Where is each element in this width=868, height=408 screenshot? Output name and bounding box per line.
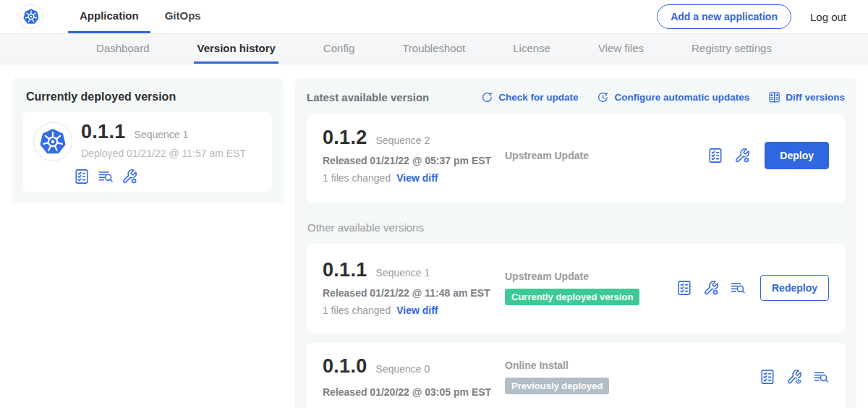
logout-button[interactable]: Log out	[810, 11, 846, 23]
tab-dashboard[interactable]: Dashboard	[93, 34, 152, 64]
configure-automatic-updates-link[interactable]: Configure automatic updates	[597, 91, 749, 103]
version-source: Online Install Previously deployed	[505, 360, 760, 394]
diff-versions-label: Diff versions	[786, 92, 845, 103]
version-source: Upstream Update Currently deployed versi…	[505, 271, 676, 305]
sequence-label: Sequence 1	[376, 267, 430, 279]
diff-versions-link[interactable]: Diff versions	[768, 91, 845, 103]
sequence-label: Sequence 2	[376, 135, 430, 146]
version-info: 0.1.2 Sequence 2 Released 01/21/22 @ 05:…	[323, 127, 505, 184]
top-bar: Application GitOps Add a new application…	[0, 0, 868, 33]
version-label: 0.1.0	[323, 355, 367, 378]
files-changed-label: 1 files changed	[323, 172, 391, 184]
panel-header: Latest available version Check for updat…	[307, 90, 845, 103]
tab-config[interactable]: Config	[320, 34, 357, 64]
app-subnav: Dashboard Version history Config Trouble…	[0, 33, 868, 64]
schedule-icon	[597, 91, 609, 103]
latest-version-title: Latest available version	[307, 91, 429, 103]
version-info: 0.1.0 Sequence 0 Released 01/20/22 @ 03:…	[323, 355, 505, 398]
view-diff-link[interactable]: View diff	[396, 172, 438, 184]
main-content: Currently deployed version 0.1.1 Sequenc…	[0, 64, 868, 408]
currently-deployed-badge: Currently deployed version	[505, 289, 639, 305]
tab-gitops[interactable]: GitOps	[153, 0, 213, 33]
tab-application[interactable]: Application	[68, 0, 150, 33]
currently-deployed-card: Currently deployed version 0.1.1 Sequenc…	[12, 78, 284, 203]
source-label: Upstream Update	[505, 271, 676, 282]
edit-config-icon[interactable]	[122, 169, 137, 184]
tab-view-files[interactable]: View files	[595, 34, 647, 64]
source-label: Upstream Update	[505, 150, 707, 161]
redeploy-button[interactable]: Redeploy	[760, 275, 829, 301]
sequence-label: Sequence 0	[376, 363, 430, 375]
version-label: 0.1.2	[323, 127, 367, 149]
deployed-sequence-label: Sequence 1	[135, 129, 189, 140]
check-for-update-label: Check for update	[498, 92, 578, 103]
deployed-version-label: 0.1.1	[81, 121, 126, 143]
previously-deployed-badge: Previously deployed	[505, 378, 609, 394]
topbar-spacer	[214, 0, 657, 33]
view-diff-link[interactable]: View diff	[396, 305, 438, 316]
edit-config-icon[interactable]	[734, 148, 750, 163]
preflight-checks-icon[interactable]	[74, 169, 90, 184]
files-changed-label: 1 files changed	[323, 305, 391, 316]
row-actions: Redeploy	[676, 275, 829, 301]
preflight-checks-icon[interactable]	[760, 369, 775, 385]
view-config-icon[interactable]	[786, 369, 802, 385]
deploy-button[interactable]: Deploy	[765, 142, 829, 169]
tab-version-history[interactable]: Version history	[194, 34, 278, 64]
add-application-button[interactable]: Add a new application	[657, 4, 791, 29]
deployed-version-info: 0.1.1 Sequence 1 Deployed 01/21/22 @ 11:…	[81, 121, 246, 184]
deploy-logs-icon[interactable]	[813, 369, 829, 385]
source-label: Online Install	[505, 360, 760, 371]
kubernetes-helm-icon	[22, 8, 40, 25]
deploy-logs-icon[interactable]	[730, 280, 746, 296]
preflight-checks-icon[interactable]	[676, 280, 692, 296]
released-timestamp: Released 01/20/22 @ 03:05 pm EST	[323, 386, 505, 398]
version-row-0.1.0: 0.1.0 Sequence 0 Released 01/20/22 @ 03:…	[307, 343, 845, 408]
version-history-panel: Latest available version Check for updat…	[295, 78, 856, 408]
kubernetes-helm-icon	[38, 127, 67, 156]
version-label: 0.1.1	[323, 259, 367, 281]
deploy-logs-icon[interactable]	[98, 169, 114, 184]
tab-registry-settings[interactable]: Registry settings	[689, 34, 775, 64]
diff-icon	[768, 91, 780, 103]
row-actions: Deploy	[707, 142, 829, 169]
edit-config-icon[interactable]	[703, 280, 719, 296]
deployed-card-title: Currently deployed version	[23, 89, 272, 103]
refresh-icon	[481, 91, 493, 103]
deployed-version-card: 0.1.1 Sequence 1 Deployed 01/21/22 @ 11:…	[23, 112, 272, 192]
check-for-update-link[interactable]: Check for update	[481, 91, 578, 103]
released-timestamp: Released 01/21/22 @ 11:48 am EST	[323, 287, 505, 299]
configure-automatic-updates-label: Configure automatic updates	[614, 92, 749, 103]
version-row-0.1.1: 0.1.1 Sequence 1 Released 01/21/22 @ 11:…	[307, 244, 845, 333]
deployed-timestamp: Deployed 01/21/22 @ 11:57 am EST	[81, 148, 246, 159]
tab-troubleshoot[interactable]: Troubleshoot	[399, 34, 468, 64]
other-versions-title: Other available versions	[307, 221, 845, 234]
preflight-checks-icon[interactable]	[707, 148, 723, 163]
version-info: 0.1.1 Sequence 1 Released 01/21/22 @ 11:…	[323, 259, 505, 316]
row-actions	[760, 369, 829, 385]
tab-license[interactable]: License	[510, 34, 553, 64]
released-timestamp: Released 01/21/22 @ 05:37 pm EST	[323, 155, 505, 166]
version-row-0.1.2: 0.1.2 Sequence 2 Released 01/21/22 @ 05:…	[307, 114, 845, 202]
app-icon	[33, 122, 72, 161]
panel-actions: Check for update Configure automatic upd…	[481, 91, 845, 103]
version-source: Upstream Update	[505, 150, 707, 161]
kubernetes-logo	[19, 4, 43, 29]
